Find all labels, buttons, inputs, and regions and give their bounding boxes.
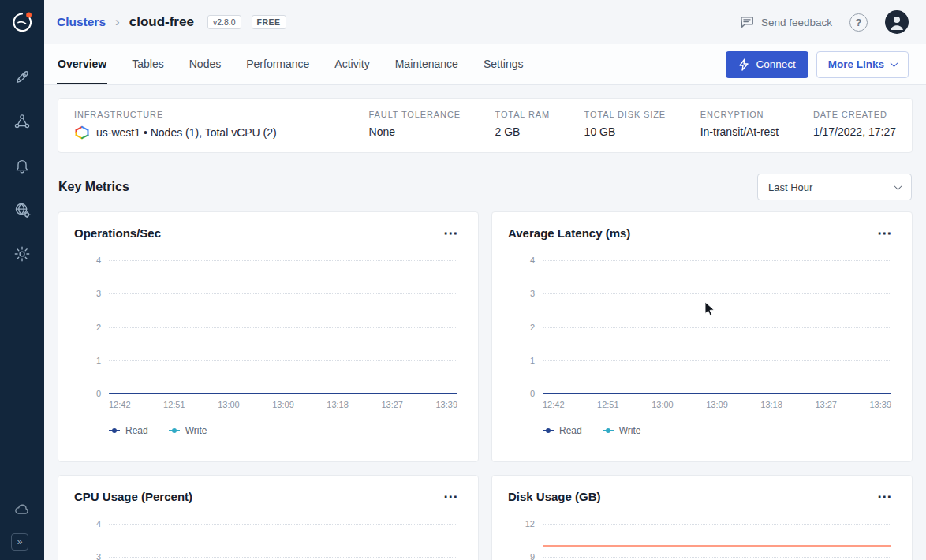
legend-marker-icon bbox=[109, 430, 120, 431]
chart-menu-button[interactable]: ⋯ bbox=[874, 491, 896, 503]
x-tick-label: 13:27 bbox=[381, 400, 403, 409]
gridline bbox=[109, 327, 457, 328]
globe-settings-icon bbox=[13, 201, 31, 218]
legend-dot-icon bbox=[546, 428, 551, 433]
chart-menu-button[interactable]: ⋯ bbox=[440, 227, 462, 240]
chart-title: Operations/Sec bbox=[74, 226, 161, 240]
send-feedback-button[interactable]: Send feedback bbox=[739, 15, 832, 29]
x-tick-label: 13:39 bbox=[869, 400, 891, 409]
help-button[interactable]: ? bbox=[849, 13, 868, 32]
bolt-icon bbox=[738, 58, 749, 71]
y-tick-label: 3 bbox=[77, 552, 101, 560]
expand-sidebar-button[interactable]: » bbox=[11, 533, 28, 551]
gridline bbox=[109, 360, 457, 361]
logo-icon bbox=[9, 9, 35, 35]
time-range-value: Last Hour bbox=[768, 181, 812, 193]
series-line-read bbox=[543, 393, 891, 394]
legend-item[interactable]: Write bbox=[169, 425, 207, 436]
gridline bbox=[543, 327, 891, 328]
tab-overview[interactable]: Overview bbox=[57, 44, 107, 84]
sidebar: » bbox=[0, 0, 44, 560]
tab-performance[interactable]: Performance bbox=[245, 44, 310, 84]
gridline bbox=[543, 293, 891, 294]
rocket-icon bbox=[13, 69, 31, 86]
y-tick-label: 1 bbox=[511, 356, 535, 365]
gridline bbox=[543, 360, 891, 361]
info-value: us-west1 • Nodes (1), Total vCPU (2) bbox=[96, 126, 277, 139]
tab-nodes[interactable]: Nodes bbox=[189, 44, 222, 84]
chart-x-axis: 12:4212:5113:0013:0913:1813:2713:39 bbox=[543, 400, 891, 409]
legend-dot-icon bbox=[112, 428, 117, 433]
info-fault-tolerance: FAULT TOLERANCE None bbox=[369, 110, 461, 140]
x-tick-label: 13:27 bbox=[815, 400, 837, 409]
chart-title: Average Latency (ms) bbox=[508, 226, 630, 240]
connect-label: Connect bbox=[756, 58, 795, 70]
info-label: INFRASTRUCTURE bbox=[74, 110, 334, 119]
info-label: TOTAL RAM bbox=[495, 110, 550, 119]
breadcrumb-separator-icon: › bbox=[115, 14, 120, 30]
time-range-select[interactable]: Last Hour bbox=[757, 174, 912, 200]
sidebar-item-settings[interactable] bbox=[0, 232, 44, 276]
legend-label: Write bbox=[185, 425, 207, 436]
more-links-button[interactable]: More Links bbox=[816, 51, 909, 78]
info-infrastructure: INFRASTRUCTURE us-west1 • Nodes (1), Tot… bbox=[74, 110, 334, 140]
feedback-icon bbox=[739, 15, 755, 29]
more-links-label: More Links bbox=[828, 58, 884, 70]
chart-x-axis: 12:4212:5113:0013:0913:1813:2713:39 bbox=[109, 400, 457, 409]
avatar bbox=[885, 10, 909, 34]
legend-label: Write bbox=[619, 425, 641, 436]
chart-legend: ReadWrite bbox=[109, 425, 462, 436]
chart-plot-area: 036912 bbox=[543, 524, 891, 560]
legend-item[interactable]: Read bbox=[543, 425, 582, 436]
gridline bbox=[543, 557, 891, 558]
legend-dot-icon bbox=[172, 428, 177, 433]
tab-tables[interactable]: Tables bbox=[131, 44, 164, 84]
sidebar-item-network-access[interactable] bbox=[0, 188, 44, 232]
legend-item[interactable]: Read bbox=[109, 425, 148, 436]
x-tick-label: 13:09 bbox=[272, 400, 294, 409]
user-menu-button[interactable] bbox=[885, 10, 909, 34]
version-badge: v2.8.0 bbox=[207, 15, 241, 29]
legend-marker-icon bbox=[543, 430, 554, 431]
sidebar-item-cloud[interactable] bbox=[0, 495, 44, 524]
info-label: ENCRYPTION bbox=[700, 110, 779, 119]
gridline bbox=[109, 260, 457, 261]
x-tick-label: 13:00 bbox=[652, 400, 674, 409]
tab-maintenance[interactable]: Maintenance bbox=[394, 44, 459, 84]
chart-plot-area: 01234 bbox=[543, 260, 891, 394]
info-total-disk: TOTAL DISK SIZE 10 GB bbox=[584, 110, 666, 140]
legend-item[interactable]: Write bbox=[603, 425, 641, 436]
info-date-created: DATE CREATED 1/17/2022, 17:27 bbox=[813, 110, 896, 140]
cluster-nodes-icon bbox=[13, 113, 31, 130]
send-feedback-label: Send feedback bbox=[761, 17, 832, 28]
gridline bbox=[109, 524, 457, 525]
gridline bbox=[109, 557, 457, 558]
chart-menu-button[interactable]: ⋯ bbox=[874, 227, 896, 240]
info-value: In-transit/At-rest bbox=[700, 125, 779, 138]
product-logo[interactable] bbox=[9, 9, 35, 35]
y-tick-label: 12 bbox=[511, 519, 535, 528]
main-column: Clusters › cloud-free v2.8.0 FREE Send f… bbox=[44, 0, 926, 560]
key-metrics-title: Key Metrics bbox=[58, 180, 129, 194]
sidebar-item-alerts[interactable] bbox=[0, 144, 44, 188]
gear-icon bbox=[13, 245, 31, 263]
x-tick-label: 13:09 bbox=[706, 400, 728, 409]
tabs: Overview Tables Nodes Performance Activi… bbox=[57, 44, 524, 84]
y-tick-label: 1 bbox=[77, 356, 101, 365]
chart-legend: ReadWrite bbox=[543, 425, 896, 436]
help-icon: ? bbox=[856, 17, 862, 28]
sidebar-item-getting-started[interactable] bbox=[0, 55, 44, 99]
connect-button[interactable]: Connect bbox=[726, 51, 808, 78]
breadcrumb-clusters-link[interactable]: Clusters bbox=[57, 15, 106, 29]
tab-activity[interactable]: Activity bbox=[334, 44, 370, 84]
content: INFRASTRUCTURE us-west1 • Nodes (1), Tot… bbox=[44, 85, 926, 560]
sidebar-item-clusters[interactable] bbox=[0, 99, 44, 144]
y-tick-label: 3 bbox=[77, 289, 101, 298]
legend-label: Read bbox=[559, 425, 582, 436]
sidebar-bottom: » bbox=[0, 495, 44, 560]
x-tick-label: 13:18 bbox=[327, 400, 349, 409]
x-tick-label: 12:42 bbox=[109, 400, 131, 409]
chart-menu-button[interactable]: ⋯ bbox=[440, 491, 462, 503]
y-tick-label: 3 bbox=[511, 289, 535, 298]
tab-settings[interactable]: Settings bbox=[483, 44, 525, 84]
